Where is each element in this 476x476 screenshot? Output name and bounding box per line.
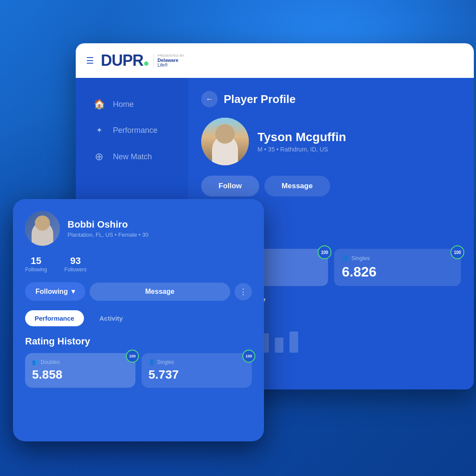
presented-by: PRESENTED BY Delaware Life®: [154, 54, 184, 68]
following-stat: 15 Following: [25, 255, 47, 273]
player-avatar-tyson: [201, 118, 249, 165]
singles-label: 👤 Singles: [342, 255, 453, 261]
mobile-doubles-card: 👥 Doubles 5.858 100: [25, 353, 135, 388]
menu-icon[interactable]: ☰: [86, 55, 94, 66]
back-button[interactable]: ←: [201, 91, 218, 107]
tabs-row: Performance Activity: [25, 310, 252, 326]
player-name-block: Tyson Mcguffin M • 35 • Rathdrum, ID, US: [257, 130, 346, 153]
doubles-badge: 100: [318, 245, 331, 259]
bobbi-avatar-image: [25, 211, 60, 246]
mobile-name-block: Bobbi Oshiro Plantation, FL, US • Female…: [68, 219, 148, 238]
sidebar-item-new-match[interactable]: ⊕ New Match: [76, 143, 188, 170]
message-button-mobile[interactable]: Message: [90, 283, 230, 301]
presented-by-brand: Delaware: [158, 58, 184, 63]
following-button[interactable]: Following ▾: [25, 282, 85, 301]
more-icon: ⋮: [239, 287, 247, 296]
following-btn-label: Following: [35, 288, 68, 296]
mobile-player-name: Bobbi Oshiro: [68, 219, 148, 230]
header-bar: ☰ DUPR PRESENTED BY Delaware Life®: [76, 43, 474, 78]
tab-performance[interactable]: Performance: [25, 310, 84, 326]
dropdown-chevron-icon: ▾: [71, 287, 75, 296]
player-meta-large: M • 35 • Rathdrum, ID, US: [257, 146, 346, 153]
sidebar-item-performance-label: Performance: [113, 126, 158, 135]
player-info-row: Tyson Mcguffin M • 35 • Rathdrum, ID, US: [201, 118, 461, 165]
player-name-large: Tyson Mcguffin: [257, 130, 346, 144]
singles-icon: 👤: [342, 255, 349, 261]
sidebar-item-home[interactable]: 🏠 Home: [76, 91, 188, 118]
singles-value: 6.826: [342, 264, 453, 280]
followers-stat: 93 Followers: [64, 255, 87, 273]
mobile-avatar-bobbi: [25, 211, 60, 246]
mobile-player-meta: Plantation, FL, US • Female • 30: [68, 232, 148, 238]
logo-area: DUPR PRESENTED BY Delaware Life®: [101, 51, 184, 70]
logo-dot: [144, 61, 148, 66]
mobile-doubles-value: 5.858: [32, 368, 129, 382]
performance-icon: ✦: [93, 125, 105, 135]
followers-label: Followers: [64, 267, 87, 273]
singles-rating-card: 👤 Singles 6.826 100: [334, 249, 461, 286]
following-count: 15: [25, 255, 47, 267]
mobile-doubles-icon: 👥: [32, 359, 39, 365]
mobile-doubles-badge: 100: [126, 350, 139, 363]
rating-history-title: Rating History: [25, 336, 252, 347]
mobile-singles-value: 5.737: [148, 368, 245, 382]
mobile-profile-row: Bobbi Oshiro Plantation, FL, US • Female…: [25, 211, 252, 246]
mobile-action-row: Following ▾ Message ⋮: [25, 282, 252, 301]
mobile-singles-card: 👤 Singles 5.737 100: [142, 353, 252, 388]
new-match-icon: ⊕: [93, 151, 105, 163]
chart-bar-7: [289, 331, 298, 353]
tab-activity[interactable]: Activity: [90, 310, 132, 326]
mobile-singles-badge: 100: [242, 350, 255, 363]
panel-title: Player Profile: [224, 93, 296, 106]
message-button-large[interactable]: Message: [264, 176, 330, 196]
sidebar-item-performance[interactable]: ✦ Performance: [76, 118, 188, 143]
chart-bar-6: [275, 338, 283, 353]
more-button[interactable]: ⋮: [235, 283, 252, 300]
singles-badge: 100: [450, 245, 464, 259]
mobile-singles-icon: 👤: [148, 359, 155, 365]
follow-button[interactable]: Follow: [201, 176, 259, 196]
presented-by-prefix: PRESENTED BY: [158, 54, 184, 58]
home-icon: 🏠: [93, 99, 105, 110]
mobile-card: Bobbi Oshiro Plantation, FL, US • Female…: [13, 199, 264, 441]
mobile-doubles-label: 👥 Doubles: [32, 359, 129, 365]
presented-by-suffix: Life®: [158, 63, 184, 68]
sidebar-item-home-label: Home: [113, 100, 134, 109]
logo-text: DUPR: [101, 51, 148, 70]
sidebar-item-new-match-label: New Match: [113, 152, 152, 161]
tyson-avatar-image: [201, 118, 249, 165]
action-buttons-row: Follow Message: [201, 176, 461, 196]
mobile-rating-cards: 👥 Doubles 5.858 100 👤 Singles 5.737 100: [25, 353, 252, 388]
followers-count: 93: [64, 255, 87, 267]
mobile-singles-label: 👤 Singles: [148, 359, 245, 365]
following-label: Following: [25, 267, 47, 273]
profile-header-row: ← Player Profile: [201, 91, 461, 107]
stats-row: 15 Following 93 Followers: [25, 255, 252, 273]
